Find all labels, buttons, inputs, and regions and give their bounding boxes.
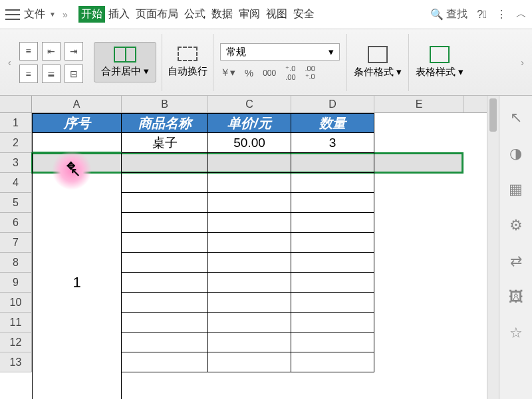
number-format-select[interactable]: 常规 ▾ [220, 43, 340, 61]
decrease-decimal-button[interactable]: .00⁺.0 [305, 65, 315, 81]
align-bottom-left-button[interactable]: ≡ [19, 65, 38, 83]
row-13[interactable]: 13 [0, 352, 32, 372]
collapse-icon[interactable]: ︿ [516, 7, 527, 21]
favorite-tool-icon[interactable]: ☆ [509, 325, 523, 342]
cell-D12[interactable] [291, 332, 374, 352]
cell-D13[interactable] [291, 352, 374, 372]
cell-A-merged[interactable]: 1 [32, 153, 122, 399]
cell-B5[interactable] [122, 193, 208, 213]
hamburger-icon[interactable] [5, 9, 20, 20]
indent-increase-button[interactable]: ⇥ [65, 42, 83, 61]
select-all-corner[interactable] [0, 96, 32, 113]
cell-C10[interactable] [208, 293, 291, 313]
row-5[interactable]: 5 [0, 193, 32, 213]
file-dropdown-icon[interactable]: ▼ [49, 11, 56, 18]
cell-D7[interactable] [291, 233, 374, 253]
table-tool-icon[interactable]: ▦ [509, 181, 523, 198]
cell-B7[interactable] [122, 233, 208, 253]
tab-view[interactable]: 视图 [263, 6, 290, 23]
tab-security[interactable]: 安全 [291, 6, 317, 23]
cell-D10[interactable] [291, 293, 374, 313]
row-4[interactable]: 4 [0, 173, 32, 193]
row-10[interactable]: 10 [0, 293, 32, 313]
col-E[interactable]: E [374, 96, 464, 112]
cell-B6[interactable] [122, 213, 208, 233]
cell-B8[interactable] [122, 253, 208, 273]
row-3[interactable]: 3 [0, 153, 32, 173]
tab-layout[interactable]: 页面布局 [133, 6, 181, 23]
indent-decrease-button[interactable]: ⇤ [42, 42, 61, 61]
cell-B10[interactable] [122, 293, 208, 313]
overflow-icon[interactable]: » [63, 9, 68, 20]
tab-review[interactable]: 审阅 [236, 6, 263, 23]
cell-D8[interactable] [291, 253, 374, 273]
tab-insert[interactable]: 插入 [106, 6, 132, 23]
wrap-text-button[interactable]: 自动换行 [168, 47, 207, 78]
settings-tool-icon[interactable]: ⚙ [509, 217, 523, 234]
ribbon-scroll-left-icon[interactable]: ‹ [5, 57, 14, 68]
merge-center-button[interactable]: 合并居中 ▾ [94, 42, 156, 82]
tab-data[interactable]: 数据 [209, 6, 235, 23]
cell-D9[interactable] [291, 273, 374, 293]
cell-C2[interactable]: 50.00 [208, 133, 291, 153]
help-icon[interactable]: ?⃝ [477, 9, 487, 21]
cell-D3[interactable] [291, 153, 374, 173]
align-distribute-button[interactable]: ⊟ [65, 65, 83, 83]
cell-D11[interactable] [291, 313, 374, 332]
more-icon[interactable]: ⋮ [496, 8, 507, 21]
cell-C3[interactable] [208, 153, 291, 173]
col-B[interactable]: B [122, 96, 208, 112]
cell-B9[interactable] [122, 273, 208, 293]
cell-C11[interactable] [208, 313, 291, 332]
cell-A1[interactable]: 序号 [32, 113, 122, 133]
cell-C12[interactable] [208, 332, 291, 352]
transfer-tool-icon[interactable]: ⇄ [510, 253, 522, 270]
image-tool-icon[interactable]: 🖼 [509, 289, 523, 306]
col-C[interactable]: C [208, 96, 291, 112]
cell-C13[interactable] [208, 352, 291, 372]
cell-C4[interactable] [208, 173, 291, 193]
align-justify-button[interactable]: ≣ [42, 65, 61, 83]
cell-D4[interactable] [291, 173, 374, 193]
cell-D6[interactable] [291, 213, 374, 233]
cell-B13[interactable] [122, 352, 208, 372]
conditional-format-button[interactable]: 条件格式 ▾ [347, 34, 409, 91]
cell-C5[interactable] [208, 193, 291, 213]
file-menu[interactable]: 文件 [24, 7, 45, 21]
currency-button[interactable]: ￥▾ [220, 66, 235, 79]
increase-decimal-button[interactable]: ⁺.0.00 [285, 65, 295, 81]
row-12[interactable]: 12 [0, 332, 32, 352]
cell-A2[interactable] [32, 133, 122, 153]
row-7[interactable]: 7 [0, 233, 32, 253]
cell-D1[interactable]: 数量 [291, 113, 374, 133]
table-style-button[interactable]: 表格样式 ▾ [409, 34, 470, 91]
cell-D2[interactable]: 3 [291, 133, 374, 153]
cell-B12[interactable] [122, 332, 208, 352]
cell-C9[interactable] [208, 273, 291, 293]
ribbon-scroll-right-icon[interactable]: › [518, 57, 527, 68]
cell-C6[interactable] [208, 213, 291, 233]
cell-B1[interactable]: 商品名称 [122, 113, 208, 133]
tab-formula[interactable]: 公式 [182, 6, 208, 23]
row-2[interactable]: 2 [0, 133, 32, 153]
cell-C8[interactable] [208, 253, 291, 273]
grid[interactable]: A B C D E 1 2 3 4 5 6 7 8 9 10 11 12 13 … [0, 96, 487, 399]
row-11[interactable]: 11 [0, 313, 32, 332]
row-6[interactable]: 6 [0, 213, 32, 233]
scrollbar-thumb[interactable] [489, 98, 497, 132]
cell-B4[interactable] [122, 173, 208, 193]
cell-B3[interactable] [122, 153, 208, 173]
cell-D5[interactable] [291, 193, 374, 213]
cell-B2[interactable]: 桌子 [122, 133, 208, 153]
cell-C1[interactable]: 单价/元 [208, 113, 291, 133]
row-9[interactable]: 9 [0, 273, 32, 293]
shape-tool-icon[interactable]: ◑ [509, 145, 522, 162]
align-top-left-button[interactable]: ≡ [19, 42, 38, 61]
row-8[interactable]: 8 [0, 253, 32, 273]
row-1[interactable]: 1 [0, 113, 32, 133]
tab-home[interactable]: 开始 [78, 6, 105, 23]
col-A[interactable]: A [32, 96, 122, 112]
comma-button[interactable]: 000 [263, 68, 276, 78]
cell-B11[interactable] [122, 313, 208, 332]
col-D[interactable]: D [291, 96, 374, 112]
